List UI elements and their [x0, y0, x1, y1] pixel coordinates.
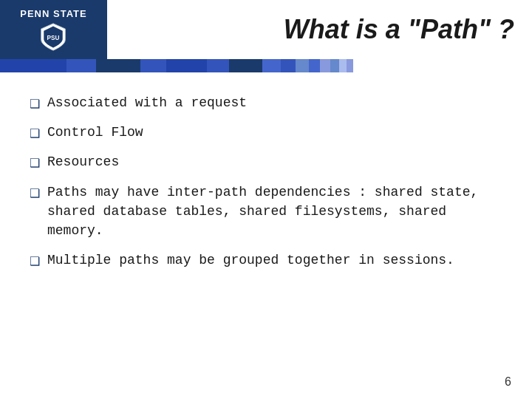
deco-bar-segment: [296, 59, 309, 72]
bullet-text-3: Resources: [47, 152, 119, 171]
bullet-list: ❑Associated with a request❑Control Flow❑…: [30, 93, 502, 270]
slide-content: ❑Associated with a request❑Control Flow❑…: [0, 72, 532, 295]
bullet-icon: ❑: [30, 154, 40, 171]
deco-bar-segment: [0, 59, 66, 72]
bullet-item-2: ❑Control Flow: [30, 123, 502, 142]
deco-bar-segment: [166, 59, 207, 72]
deco-bar-segment: [207, 59, 229, 72]
bullet-icon: ❑: [30, 253, 40, 270]
bullet-item-4: ❑Paths may have inter-path dependencies …: [30, 183, 502, 240]
bullet-text-1: Associated with a request: [47, 93, 247, 112]
bullet-icon: ❑: [30, 95, 40, 112]
deco-bar-segment: [320, 59, 330, 72]
bullet-item-3: ❑Resources: [30, 152, 502, 171]
bullet-item-1: ❑Associated with a request: [30, 93, 502, 112]
deco-bar-segment: [229, 59, 262, 72]
slide-header: PENN STATE PSU What is a "Path" ?: [0, 0, 532, 59]
deco-bar-segment: [140, 59, 166, 72]
bullet-text-2: Control Flow: [47, 123, 143, 142]
penn-state-shield-icon: PSU: [38, 22, 68, 52]
bullet-text-5: Multiple paths may be grouped together i…: [47, 250, 454, 270]
bullet-item-5: ❑Multiple paths may be grouped together …: [30, 250, 502, 270]
bullet-icon: ❑: [30, 125, 40, 142]
logo-inner: PENN STATE PSU: [20, 8, 86, 52]
svg-text:PSU: PSU: [47, 34, 60, 41]
decorative-bar: [0, 59, 532, 72]
deco-bar-segment: [347, 59, 353, 72]
deco-bar-segment: [262, 59, 281, 72]
bullet-text-4: Paths may have inter-path dependencies :…: [47, 183, 502, 240]
deco-bar-segment: [281, 59, 296, 72]
university-name: PENN STATE: [20, 8, 86, 19]
deco-bar-segment: [96, 59, 140, 72]
page-number: 6: [505, 375, 511, 389]
deco-bar-segment: [66, 59, 96, 72]
deco-bar-segment: [339, 59, 347, 72]
deco-bar-segment: [309, 59, 320, 72]
slide-title: What is a "Path" ?: [284, 14, 514, 45]
logo-box: PENN STATE PSU: [0, 0, 107, 59]
title-area: What is a "Path" ?: [107, 0, 532, 59]
deco-bar-segment: [330, 59, 339, 72]
bullet-icon: ❑: [30, 185, 40, 202]
